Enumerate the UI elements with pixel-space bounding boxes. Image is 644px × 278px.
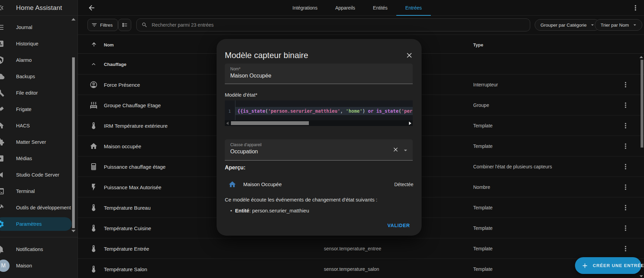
sidebar-item-label: Historique bbox=[16, 41, 38, 46]
code-token: ( bbox=[399, 108, 401, 114]
account-circle-icon bbox=[90, 81, 98, 89]
sidebar-item-terminal[interactable]: Terminal bbox=[0, 183, 78, 199]
cog-icon bbox=[0, 220, 4, 228]
sidebar-item-historique[interactable]: Historique bbox=[0, 36, 78, 52]
row-type: Template bbox=[473, 246, 493, 251]
row-entity-id: sensor.temperature_salon bbox=[324, 266, 379, 272]
row-type: Combiner l'état de plusieurs capteurs bbox=[473, 164, 552, 169]
code-token: {{ bbox=[237, 108, 243, 114]
row-name: IRM Température extérieure bbox=[104, 123, 167, 128]
sidebar-item-file-editor[interactable]: File editor bbox=[0, 85, 78, 101]
tab-integrations[interactable]: Intégrations bbox=[284, 0, 326, 16]
tab-entrees[interactable]: Entrées bbox=[396, 0, 430, 16]
flash-icon bbox=[90, 183, 98, 191]
column-header-name[interactable]: Nom bbox=[104, 42, 114, 47]
sidebar-item-notifications[interactable]: Notifications bbox=[0, 241, 78, 258]
menu-open-icon[interactable] bbox=[0, 3, 4, 12]
table-scroll-down-icon[interactable] bbox=[640, 275, 643, 277]
search-input[interactable] bbox=[152, 22, 525, 28]
row-menu-icon[interactable] bbox=[621, 101, 630, 109]
group-by-dropdown[interactable]: Grouper par Catégorie bbox=[535, 19, 600, 31]
create-entry-fab[interactable]: CRÉER UNE ENTRÉE bbox=[575, 257, 641, 274]
close-icon[interactable] bbox=[405, 51, 413, 59]
chevron-up-icon[interactable] bbox=[90, 61, 97, 68]
column-header-type[interactable]: Type bbox=[473, 42, 483, 47]
sidebar-item-frigate[interactable]: Frigate bbox=[0, 101, 78, 117]
row-menu-icon[interactable] bbox=[621, 122, 630, 130]
tab-entites[interactable]: Entités bbox=[364, 0, 397, 16]
row-name: Groupe Chauffage Etage bbox=[104, 102, 161, 108]
submit-button[interactable]: VALIDER bbox=[385, 221, 413, 230]
row-name: Force Présence bbox=[104, 82, 140, 87]
row-name: Température Entrée bbox=[104, 246, 149, 251]
row-menu-icon[interactable] bbox=[621, 245, 630, 253]
sidebar-item-outils-de-developpement[interactable]: Outils de développement bbox=[0, 199, 78, 216]
sidebar-scroll-down-icon[interactable] bbox=[71, 230, 76, 232]
thermometer-icon bbox=[90, 122, 98, 130]
dropdown-caret-icon[interactable] bbox=[402, 147, 409, 154]
search-box[interactable] bbox=[136, 18, 530, 31]
filters-button[interactable]: Filtres bbox=[87, 19, 118, 31]
sidebar-item-label: Maison bbox=[16, 263, 32, 268]
row-menu-icon[interactable] bbox=[621, 204, 630, 212]
entity-bullet-label: Entité bbox=[235, 208, 249, 213]
name-field-value: Maison Occupée bbox=[230, 73, 271, 79]
radiator-icon bbox=[90, 101, 98, 109]
sidebar-scroll-up-icon[interactable] bbox=[71, 18, 76, 20]
sidebar-item-matter-server[interactable]: Matter Server bbox=[0, 134, 78, 150]
device-class-label: Classe d'appareil bbox=[230, 142, 262, 147]
calculator-icon bbox=[90, 163, 98, 171]
sidebar-item-studio-code-server[interactable]: Studio Code Server bbox=[0, 167, 78, 183]
table-row-temperature-entree[interactable]: Température Entréesensor.temperature_ent… bbox=[78, 238, 644, 259]
code-token: 'home' bbox=[346, 108, 362, 114]
play-box-icon bbox=[0, 154, 4, 163]
row-menu-icon[interactable] bbox=[621, 142, 630, 150]
clear-icon[interactable] bbox=[392, 146, 399, 153]
sidebar-item-backups[interactable]: Backups bbox=[0, 68, 78, 85]
template-code-editor[interactable]: 1 {{is_state('person.serurier_matthieu',… bbox=[225, 100, 413, 120]
bell-icon bbox=[0, 245, 4, 253]
name-field[interactable]: Nom* Maison Occupée bbox=[225, 64, 413, 84]
table-scroll-up-icon[interactable] bbox=[640, 56, 643, 58]
code-token: 'person.serurier_matthieu' bbox=[268, 108, 340, 114]
sidebar-item-medias[interactable]: Médias bbox=[0, 150, 78, 167]
row-menu-icon[interactable] bbox=[621, 163, 630, 171]
listened-entity-item: Entité: person.serurier_matthieu bbox=[235, 208, 309, 213]
row-menu-icon[interactable] bbox=[621, 224, 630, 232]
device-class-field[interactable]: Classe d'appareil Occupation bbox=[225, 139, 413, 161]
sidebar-item-parametres[interactable]: Paramètres bbox=[0, 216, 78, 232]
scroll-right-icon[interactable] bbox=[409, 122, 411, 125]
thermometer-icon bbox=[90, 204, 98, 212]
scroll-left-icon[interactable] bbox=[226, 122, 229, 125]
hammer-icon bbox=[0, 204, 4, 212]
sidebar-item-label: Journal bbox=[16, 25, 32, 30]
console-icon bbox=[0, 187, 4, 195]
row-menu-icon[interactable] bbox=[621, 183, 630, 191]
table-scrollbar-thumb[interactable] bbox=[641, 60, 643, 148]
table-row-temperature-salon[interactable]: Température Salonsensor.temperature_salo… bbox=[78, 259, 644, 278]
row-menu-icon[interactable] bbox=[621, 81, 630, 89]
sidebar-scrollbar-thumb[interactable] bbox=[72, 57, 75, 228]
shield-home-icon bbox=[0, 56, 4, 64]
sidebar-item-label: HACS bbox=[16, 123, 30, 128]
code-token: is_state bbox=[243, 108, 265, 114]
preview-row: Maison Occupée Détectée bbox=[225, 180, 413, 189]
editor-scrollbar-thumb[interactable] bbox=[231, 121, 309, 125]
sort-by-dropdown[interactable]: Trier par Nom bbox=[595, 19, 642, 31]
sidebar-item-maison[interactable]: MMaison bbox=[0, 258, 78, 274]
sidebar-item-label: File editor bbox=[16, 90, 38, 96]
group-by-label: Grouper par Catégorie bbox=[540, 23, 587, 28]
row-type: Groupe bbox=[473, 102, 489, 108]
column-settings-button[interactable] bbox=[118, 19, 131, 31]
sidebar-item-journal[interactable]: Journal bbox=[0, 19, 78, 36]
back-arrow-icon[interactable] bbox=[87, 4, 96, 12]
sidebar-item-hacs[interactable]: HACS bbox=[0, 117, 78, 134]
tab-appareils[interactable]: Appareils bbox=[326, 0, 364, 16]
overflow-menu-icon[interactable] bbox=[631, 4, 640, 12]
row-name: Température Bureau bbox=[104, 205, 151, 210]
sidebar-item-label: Frigate bbox=[16, 107, 31, 112]
row-name: Température Salon bbox=[104, 266, 147, 272]
sort-ascending-icon[interactable] bbox=[91, 41, 97, 47]
topbar: IntégrationsAppareilsEntitésEntrées bbox=[78, 0, 644, 16]
sidebar-item-alarmo[interactable]: Alarmo bbox=[0, 52, 78, 68]
